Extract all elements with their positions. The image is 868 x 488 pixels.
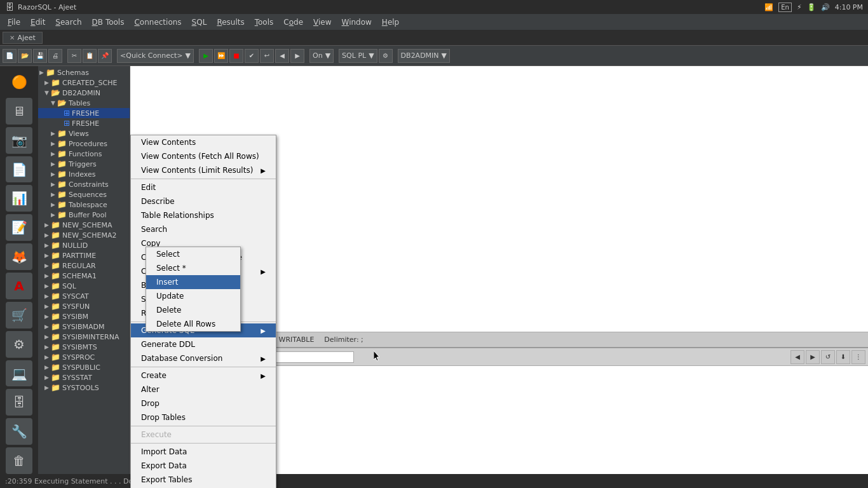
nav-regular[interactable]: ▶ 📁 REGULAR xyxy=(38,261,130,271)
menu-tools[interactable]: Tools xyxy=(250,17,279,28)
nav-sysproc[interactable]: ▶ 📁 SYSPROC xyxy=(38,352,130,362)
nav-db2admin[interactable]: ▼ 📂 DB2ADMIN xyxy=(38,88,130,98)
nav-sequences[interactable]: ▶ 📁 Sequences xyxy=(38,189,130,200)
nav-bufferpool[interactable]: ▶ 📁 Buffer Pool xyxy=(38,210,130,220)
tb-next[interactable]: ▶ xyxy=(290,49,304,63)
sidebar-ubuntu-icon[interactable]: 🟠 xyxy=(6,69,32,95)
sub1-select-star[interactable]: Select * xyxy=(146,261,240,275)
nav-tablespace[interactable]: ▶ 📁 Tablespace xyxy=(38,200,130,210)
sidebar-amazon-icon[interactable]: 🛒 xyxy=(6,302,32,329)
tb-cut[interactable]: ✂ xyxy=(67,49,81,63)
tb-settings[interactable]: ⚙ xyxy=(379,49,393,63)
ctx-drop[interactable]: Drop xyxy=(131,396,276,410)
nav-procedures[interactable]: ▶ 📁 Procedures xyxy=(38,139,130,149)
nav-tables[interactable]: ▼ 📂 Tables xyxy=(38,98,130,108)
tb-run[interactable]: ▶ xyxy=(199,49,213,63)
nav-views[interactable]: ▶ 📁 Views xyxy=(38,128,130,139)
nav-functions[interactable]: ▶ 📁 Functions xyxy=(38,149,130,159)
nav-schema1[interactable]: ▶ 📁 SCHEMA1 xyxy=(38,271,130,281)
nav-freshe2[interactable]: ⊞ FRESHE xyxy=(38,118,130,128)
nav-constraints[interactable]: ▶ 📁 Constraints xyxy=(38,179,130,189)
tb-paste[interactable]: 📌 xyxy=(98,49,112,63)
ctx-view-contents[interactable]: View Contents xyxy=(131,135,276,149)
sidebar-writer-icon[interactable]: A xyxy=(6,273,32,299)
sidebar-camera-icon[interactable]: 📷 xyxy=(6,127,32,154)
sidebar-settings-icon[interactable]: ⚙ xyxy=(6,331,32,358)
sidebar-tools2-icon[interactable]: 🔧 xyxy=(6,418,32,445)
bottom-nav-next[interactable]: ▶ xyxy=(806,350,820,364)
nav-sysibmts[interactable]: ▶ 📁 SYSIBMTS xyxy=(38,342,130,352)
ctx-import-data[interactable]: Import Data xyxy=(131,445,276,459)
nav-systools[interactable]: ▶ 📁 SYSTOOLS xyxy=(38,383,130,393)
tb-open[interactable]: 📂 xyxy=(18,49,32,63)
sidebar-firefox-icon[interactable]: 🦊 xyxy=(6,243,32,270)
on-dropdown[interactable]: On ▼ xyxy=(309,49,334,63)
quick-connect-dropdown[interactable]: <Quick Connect> ▼ xyxy=(117,49,194,63)
menu-dbtools[interactable]: DB Tools xyxy=(87,17,130,28)
ctx-describe[interactable]: Describe xyxy=(131,194,276,208)
nav-new-schema[interactable]: ▶ 📁 NEW_SCHEMA xyxy=(38,220,130,230)
ctx-create[interactable]: Create▶ xyxy=(131,369,276,383)
menu-code[interactable]: Code xyxy=(278,17,308,28)
ctx-edit[interactable]: Edit xyxy=(131,180,276,194)
menu-results[interactable]: Results xyxy=(212,17,249,28)
nav-schemas[interactable]: ▶ 📁 Schemas xyxy=(38,67,130,78)
tb-stop[interactable]: ■ xyxy=(229,49,243,63)
sidebar-text-icon[interactable]: 📝 xyxy=(6,214,32,241)
tb-run2[interactable]: ⏩ xyxy=(214,49,228,63)
tab-close-icon[interactable]: ✕ xyxy=(10,34,15,41)
sub1-insert[interactable]: Insert xyxy=(146,275,240,289)
bottom-more[interactable]: ⋮ xyxy=(851,350,865,364)
sql-mode-dropdown[interactable]: SQL PL ▼ xyxy=(339,49,377,63)
sidebar-trash-icon[interactable]: 🗑 xyxy=(6,447,32,474)
menu-view[interactable]: View xyxy=(308,17,336,28)
menu-sql[interactable]: SQL xyxy=(187,17,212,28)
bottom-nav-prev[interactable]: ◀ xyxy=(790,350,804,364)
sub1-delete[interactable]: Delete xyxy=(146,303,240,317)
nav-freshe1[interactable]: ⊞ FRESHE xyxy=(38,108,130,118)
nav-sysfun[interactable]: ▶ 📁 SYSFUN xyxy=(38,301,130,311)
nav-triggers[interactable]: ▶ 📁 Triggers xyxy=(38,159,130,169)
ctx-view-contents-all[interactable]: View Contents (Fetch All Rows) xyxy=(131,149,276,163)
sidebar-spreadsheet-icon[interactable]: 📊 xyxy=(6,185,32,212)
sidebar-monitor-icon[interactable]: 🖥 xyxy=(6,98,32,125)
ctx-view-contents-limit[interactable]: View Contents (Limit Results)▶ xyxy=(131,163,276,177)
nav-created-sche[interactable]: ▶ 📁 CREATED_SCHE xyxy=(38,78,130,88)
tab-ajeet[interactable]: ✕ Ajeet xyxy=(3,32,43,44)
db-dropdown[interactable]: DB2ADMIN ▼ xyxy=(398,49,450,63)
nav-sysibm[interactable]: ▶ 📁 SYSIBM xyxy=(38,311,130,322)
ctx-export-tables[interactable]: Export Tables xyxy=(131,473,276,487)
menu-window[interactable]: Window xyxy=(337,17,377,28)
nav-sysstat[interactable]: ▶ 📁 SYSSTAT xyxy=(38,372,130,383)
menu-connections[interactable]: Connections xyxy=(129,17,186,28)
tb-copy[interactable]: 📋 xyxy=(83,49,97,63)
ctx-table-relationships[interactable]: Table Relationships xyxy=(131,208,276,222)
nav-syscat[interactable]: ▶ 📁 SYSCAT xyxy=(38,291,130,301)
nav-sql[interactable]: ▶ 📁 SQL xyxy=(38,281,130,291)
nav-nullid[interactable]: ▶ 📁 NULLID xyxy=(38,240,130,250)
nav-parttime[interactable]: ▶ 📁 PARTTIME xyxy=(38,250,130,261)
tb-new[interactable]: 📄 xyxy=(3,49,17,63)
sidebar-files-icon[interactable]: 📄 xyxy=(6,156,32,183)
sidebar-db-icon[interactable]: 🗄 xyxy=(6,389,32,416)
tb-rollback[interactable]: ↩ xyxy=(260,49,274,63)
tb-print[interactable]: 🖨 xyxy=(48,49,62,63)
menu-help[interactable]: Help xyxy=(377,17,404,28)
ctx-search[interactable]: Search xyxy=(131,222,276,236)
sub1-update[interactable]: Update xyxy=(146,289,240,303)
ctx-db-conversion[interactable]: Database Conversion▶ xyxy=(131,351,276,365)
nav-sysibminterna[interactable]: ▶ 📁 SYSIBMINTERNA xyxy=(38,332,130,342)
tb-prev[interactable]: ◀ xyxy=(275,49,289,63)
nav-indexes[interactable]: ▶ 📁 Indexes xyxy=(38,169,130,179)
nav-new-schema2[interactable]: ▶ 📁 NEW_SCHEMA2 xyxy=(38,230,130,240)
bottom-export[interactable]: ⬇ xyxy=(836,350,850,364)
sidebar-terminal-icon[interactable]: 💻 xyxy=(6,360,32,387)
tb-save[interactable]: 💾 xyxy=(33,49,47,63)
sub1-select[interactable]: Select xyxy=(146,247,240,261)
ctx-export-data[interactable]: Export Data xyxy=(131,459,276,473)
ctx-drop-tables[interactable]: Drop Tables xyxy=(131,410,276,424)
menu-file[interactable]: File xyxy=(3,17,25,28)
ctx-alter[interactable]: Alter xyxy=(131,383,276,396)
nav-sysibmadm[interactable]: ▶ 📁 SYSIBMADM xyxy=(38,322,130,332)
nav-syspublic[interactable]: ▶ 📁 SYSPUBLIC xyxy=(38,362,130,372)
